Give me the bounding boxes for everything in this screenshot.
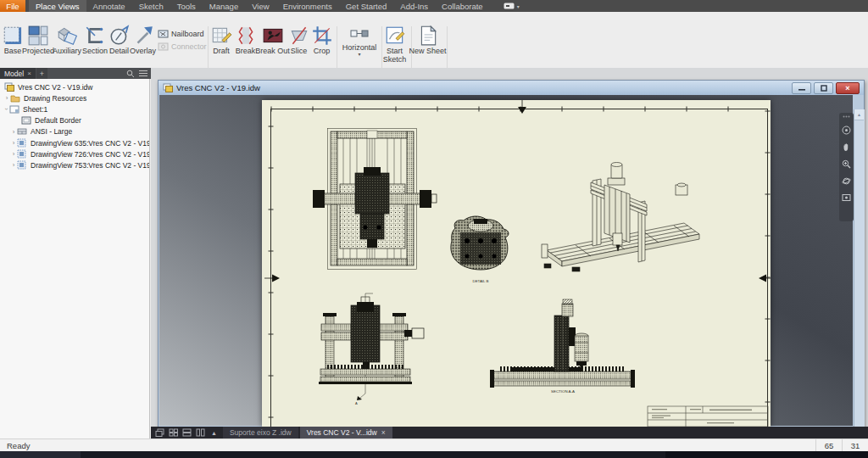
- browser-tab-model[interactable]: Model ×: [0, 68, 36, 79]
- horizontal-panel-button[interactable]: Horizontal ▾: [340, 25, 379, 67]
- section-icon: [84, 25, 106, 47]
- tree-item-drawing-view-726[interactable]: › DrawingView 726:Vres CNC V2 - V19.iam: [0, 148, 149, 159]
- section-view-button[interactable]: Section: [81, 25, 108, 67]
- overlay-view-button[interactable]: Overlay: [130, 25, 156, 67]
- menu-tab-sketch[interactable]: Sketch: [132, 0, 170, 12]
- new-sheet-button[interactable]: New Sheet: [412, 25, 443, 67]
- detail-view-button[interactable]: Detail: [108, 25, 131, 67]
- menu-tab-place-views[interactable]: Place Views: [29, 0, 86, 12]
- drawing-view-detail[interactable]: DETAIL B: [451, 216, 509, 283]
- nailboard-button[interactable]: Nailboard: [158, 27, 207, 40]
- navigation-bar: [839, 113, 854, 221]
- draft-button[interactable]: Draft: [209, 25, 233, 67]
- expand-chevron-icon[interactable]: ›: [10, 161, 17, 169]
- slice-icon: [288, 25, 310, 47]
- taskbar-segment: [0, 451, 81, 458]
- border-icon: [21, 116, 32, 126]
- screencast-caret-icon[interactable]: ▾: [517, 3, 520, 9]
- nailboard-connector-stack: Nailboard Connector: [158, 27, 207, 53]
- pan-icon[interactable]: [842, 142, 851, 152]
- tree-item-ansi-large[interactable]: › ANSI - Large: [0, 126, 149, 137]
- browser-header: Model × +: [0, 68, 151, 79]
- tile-windows-icon[interactable]: [167, 428, 180, 437]
- status-count-1: 65: [815, 439, 842, 452]
- connector-icon: [158, 42, 169, 52]
- scroll-up-icon[interactable]: ▲: [857, 112, 861, 117]
- projected-view-button[interactable]: Projected: [24, 25, 53, 67]
- drawing-view-section[interactable]: SECTION A-A: [490, 299, 635, 394]
- tab-close-icon[interactable]: ×: [381, 428, 386, 437]
- document-title: Vres CNC V2 - V19.idw: [176, 83, 260, 92]
- menu-tab-annotate[interactable]: Annotate: [86, 0, 132, 12]
- tree-item-drawing-view-753[interactable]: › DrawingView 753:Vres CNC V2 - V19.iam: [0, 159, 149, 170]
- navbar-grip[interactable]: [843, 115, 850, 118]
- base-view-button[interactable]: Base: [1, 25, 25, 67]
- browser-tree: Vres CNC V2 - V19.idw › Drawing Resource…: [0, 79, 150, 438]
- menu-tab-view[interactable]: View: [245, 0, 275, 12]
- screencast-icon[interactable]: [504, 2, 515, 10]
- navigation-wheel-icon[interactable]: [842, 126, 851, 135]
- auxiliary-view-button[interactable]: Auxiliary: [52, 25, 82, 67]
- menu-tab-manage[interactable]: Manage: [203, 0, 245, 12]
- projected-icon: [27, 25, 49, 47]
- doc-tab-suporte[interactable]: Suporte eixo Z .idw: [223, 427, 298, 438]
- tree-item-drawing-resources[interactable]: › Drawing Resources: [0, 92, 149, 103]
- drawing-canvas[interactable]: DETAIL B: [159, 95, 853, 426]
- menu-tab-get-started[interactable]: Get Started: [339, 0, 394, 12]
- tab-list-icon[interactable]: ▲: [211, 430, 217, 436]
- folder-icon: [10, 93, 21, 103]
- title-block: [648, 406, 768, 427]
- tile-horizontal-icon[interactable]: [181, 428, 193, 437]
- tree-item-drawing-view-635[interactable]: › DrawingView 635:Vres CNC V2 - V19.iam: [0, 137, 149, 148]
- document-titlebar[interactable]: Vres CNC V2 - V19.idw ×: [159, 81, 864, 95]
- idw-document-icon: [4, 82, 15, 92]
- minimize-button[interactable]: [792, 82, 811, 94]
- doc-tab-vres-active[interactable]: Vres CNC V2 - V...idw ×: [300, 427, 392, 438]
- break-out-button[interactable]: Break Out: [257, 25, 288, 67]
- menu-tab-collaborate[interactable]: Collaborate: [435, 0, 490, 12]
- browser-add-tab-button[interactable]: +: [36, 68, 47, 79]
- collapse-chevron-icon[interactable]: ›: [3, 106, 10, 113]
- browser-menu-icon[interactable]: [139, 70, 147, 77]
- close-button[interactable]: ×: [836, 82, 860, 94]
- crop-icon: [311, 25, 333, 47]
- drawing-view-iso[interactable]: [542, 163, 699, 272]
- expand-chevron-icon[interactable]: ›: [10, 128, 17, 136]
- section-marker: A: [355, 401, 358, 405]
- new-sheet-icon: [417, 25, 439, 47]
- expand-chevron-icon[interactable]: ›: [3, 94, 10, 102]
- menu-bar: File Place Views Annotate Sketch Tools M…: [0, 0, 868, 12]
- start-sketch-button[interactable]: Start Sketch: [379, 25, 410, 67]
- vertical-scrollbar[interactable]: ▲: [854, 109, 865, 440]
- tree-item-default-border[interactable]: Default Border: [0, 115, 149, 126]
- menu-tab-tools[interactable]: Tools: [170, 0, 203, 12]
- horizontal-icon: [349, 25, 370, 43]
- cascade-windows-icon[interactable]: [153, 428, 166, 437]
- menu-tab-add-ins[interactable]: Add-Ins: [393, 0, 435, 12]
- app-root: { "icons": {"close":"×","plus":"+","care…: [0, 0, 868, 458]
- look-at-icon[interactable]: [842, 193, 851, 202]
- restore-button[interactable]: [814, 82, 833, 94]
- search-icon[interactable]: [126, 70, 135, 78]
- expand-chevron-icon[interactable]: ›: [10, 139, 17, 147]
- orbit-icon[interactable]: [842, 176, 851, 186]
- tree-item-sheet1[interactable]: › Sheet:1: [0, 103, 149, 114]
- zoom-icon[interactable]: [842, 159, 851, 169]
- nailboard-icon: [158, 29, 169, 39]
- browser-tab-close-icon[interactable]: ×: [27, 70, 31, 77]
- drawing-view-top[interactable]: [313, 129, 437, 270]
- expand-chevron-icon[interactable]: ›: [10, 150, 17, 158]
- slice-button[interactable]: Slice: [287, 25, 310, 67]
- tree-item-document-root[interactable]: Vres CNC V2 - V19.idw: [0, 81, 149, 92]
- menu-tab-environments[interactable]: Environments: [276, 0, 339, 12]
- drawing-view-front[interactable]: A: [319, 293, 424, 405]
- file-menu-button[interactable]: File: [0, 0, 25, 12]
- sheet-icon: [9, 104, 20, 114]
- horizontal-caret-icon: ▾: [358, 53, 360, 56]
- tile-vertical-icon[interactable]: [194, 428, 207, 437]
- crop-button[interactable]: Crop: [309, 25, 334, 67]
- drawing-sheet[interactable]: DETAIL B: [262, 100, 771, 427]
- taskbar-strip: [0, 451, 868, 458]
- document-tab-bar: ▲ Suporte eixo Z .idw Vres CNC V2 - V...…: [151, 427, 868, 438]
- break-button[interactable]: Break: [233, 25, 258, 67]
